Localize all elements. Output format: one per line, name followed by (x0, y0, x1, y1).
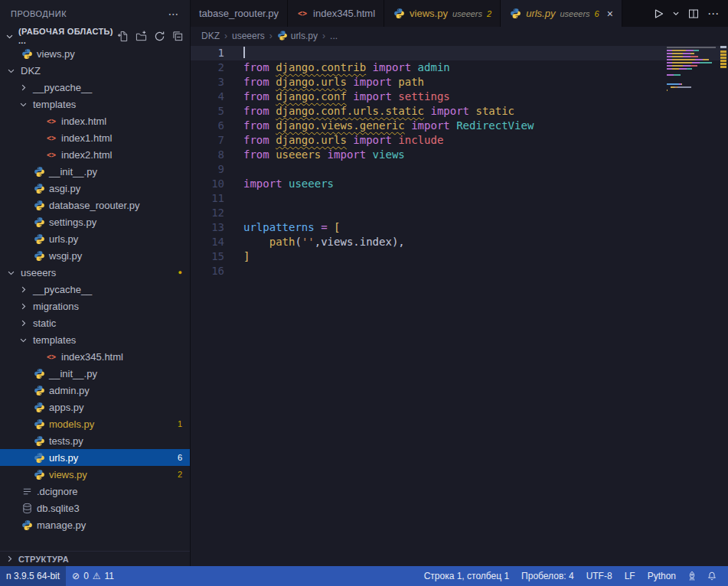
code-text: from useeers import views (243, 148, 405, 162)
code-line-10[interactable]: 10import useeers (191, 177, 728, 191)
tree-item-label: __pycache__ (33, 82, 92, 93)
split-editor-icon[interactable] (687, 8, 700, 20)
tree-item-label: __init__.py (49, 166, 97, 177)
editor-more-icon[interactable]: ⋯ (707, 7, 719, 21)
close-icon[interactable]: × (607, 8, 613, 20)
encoding-status[interactable]: UTF-8 (580, 566, 619, 586)
editor-group: tabase_roouter.py<>index345.htmlviews.py… (191, 0, 728, 566)
tab-detail: useeers (452, 9, 482, 18)
tree-file-database_roouter.py[interactable]: database_roouter.py (0, 197, 190, 213)
tree-item-label: DKZ (21, 65, 41, 77)
overview-ruler (719, 44, 728, 566)
database-icon (21, 502, 33, 514)
tree-file-index.html[interactable]: <>index.html (0, 112, 190, 129)
error-count: 0 (83, 571, 89, 581)
bell-icon[interactable] (702, 571, 722, 581)
tree-folder-__pycache__[interactable]: __pycache__ (0, 79, 190, 96)
tree-file-index345.html[interactable]: <>index345.html (0, 348, 190, 365)
code-line-11[interactable]: 11 (191, 191, 728, 206)
indentation-status[interactable]: Пробелов: 4 (515, 566, 580, 586)
code-line-13[interactable]: 13urlpatterns = [ (191, 220, 728, 235)
tab-tabase_roouter.py[interactable]: tabase_roouter.py (191, 0, 288, 27)
new-folder-icon[interactable] (135, 31, 147, 42)
tree-item-label: templates (33, 334, 76, 346)
code-line-2[interactable]: 2from django.contrib import admin (191, 60, 728, 75)
code-line-4[interactable]: 4from django.conf import settings (191, 90, 728, 104)
modified-dot-icon: ● (178, 269, 182, 276)
line-number: 11 (191, 191, 224, 206)
breadcrumb-item-DKZ[interactable]: DKZ (201, 31, 220, 41)
tree-file-__init__.py[interactable]: __init__.py (0, 163, 190, 180)
tree-file-models.py[interactable]: models.py1 (0, 415, 190, 432)
tree-file-settings.py[interactable]: settings.py (0, 213, 190, 230)
code-line-9[interactable]: 9 (191, 162, 728, 177)
tree-file-apps.py[interactable]: apps.py (0, 399, 190, 415)
breadcrumb-item-urls.py[interactable]: urls.py (277, 31, 318, 41)
code-line-8[interactable]: 8from useeers import views (191, 148, 728, 162)
python-icon (21, 47, 33, 60)
tree-folder-migrations[interactable]: migrations (0, 298, 190, 314)
tab-views.py[interactable]: views.pyuseeers2 (384, 0, 501, 27)
tree-file-index2.html[interactable]: <>index2.html (0, 146, 190, 163)
code-line-5[interactable]: 5from django.conf.urls.static import sta… (191, 104, 728, 119)
tree-file-urls.py[interactable]: urls.py6 (0, 449, 190, 466)
code-text: urlpatterns = [ (243, 220, 340, 235)
tree-folder-templates[interactable]: templates (0, 96, 190, 112)
tree-folder-DKZ[interactable]: DKZ (0, 62, 190, 79)
tab-index345.html[interactable]: <>index345.html (288, 0, 384, 27)
code-editor[interactable]: 12from django.contrib import admin3from … (191, 44, 728, 566)
breadcrumb-item-...[interactable]: ... (330, 31, 338, 41)
rocket-icon[interactable] (682, 571, 702, 581)
tree-file-db.sqlite3[interactable]: db.sqlite3 (0, 500, 190, 516)
refresh-icon[interactable] (154, 31, 165, 42)
code-line-12[interactable]: 12 (191, 206, 728, 220)
tree-folder-static[interactable]: static (0, 314, 190, 331)
tree-item-label: __pycache__ (33, 284, 92, 295)
run-button[interactable] (652, 8, 664, 20)
tree-file-views.py[interactable]: views.py (0, 45, 190, 62)
tree-folder-templates[interactable]: templates (0, 331, 190, 348)
tree-file-wsgi.py[interactable]: wsgi.py (0, 247, 190, 264)
tree-file-admin.py[interactable]: admin.py (0, 382, 190, 399)
tree-file-__init__.py[interactable]: __init__.py (0, 365, 190, 382)
outline-section-header[interactable]: СТРУКТУРА (0, 551, 190, 566)
code-line-14[interactable]: 14 path('',views.index), (191, 235, 728, 249)
cursor-position[interactable]: Строка 1, столбец 1 (418, 566, 515, 586)
language-mode[interactable]: Python (641, 566, 682, 586)
code-line-6[interactable]: 6from django.views.generic import Redire… (191, 119, 728, 133)
html-icon: <> (45, 132, 57, 144)
new-file-icon[interactable] (117, 31, 129, 42)
run-dropdown-chevron-icon[interactable] (672, 10, 680, 18)
tree-file-tests.py[interactable]: tests.py (0, 432, 190, 449)
problems-badge: 2 (178, 470, 182, 479)
explorer-more-icon[interactable]: ⋯ (168, 8, 180, 20)
tree-folder-__pycache__[interactable]: __pycache__ (0, 281, 190, 298)
tab-urls.py[interactable]: urls.pyuseeers6× (501, 0, 622, 27)
workspace-section-header[interactable]: (РАБОЧАЯ ОБЛАСТЬ) ... (0, 27, 190, 45)
tree-file-index1.html[interactable]: <>index1.html (0, 129, 190, 146)
code-line-7[interactable]: 7from django.urls import include (191, 133, 728, 148)
tree-file-urls.py[interactable]: urls.py (0, 230, 190, 247)
minimap[interactable] (667, 47, 716, 96)
code-line-1[interactable]: 1 (191, 46, 728, 60)
python-interpreter-status[interactable]: n 3.9.5 64-bit (0, 566, 66, 586)
tree-file-.dcignore[interactable]: .dcignore (0, 483, 190, 500)
eol-status[interactable]: LF (619, 566, 641, 586)
explorer-sidebar: ПРОВОДНИК ⋯ (РАБОЧАЯ ОБЛАСТЬ) ... views.… (0, 0, 191, 566)
collapse-all-icon[interactable] (172, 31, 184, 42)
error-icon: ⊘ (72, 571, 80, 581)
ruler-warning-mark (720, 60, 726, 62)
code-line-15[interactable]: 15] (191, 249, 728, 264)
tree-file-manage.py[interactable]: manage.py (0, 516, 190, 533)
line-number: 1 (191, 46, 224, 60)
tree-file-asgi.py[interactable]: asgi.py (0, 180, 190, 197)
code-text: from django.urls import path (243, 75, 424, 90)
code-line-16[interactable]: 16 (191, 264, 728, 278)
code-line-3[interactable]: 3from django.urls import path (191, 75, 728, 90)
breadcrumb-item-useeers[interactable]: useeers (232, 31, 265, 41)
problems-status[interactable]: ⊘ 0 ⚠ 11 (66, 566, 120, 586)
code-text: from django.contrib import admin (243, 60, 450, 75)
html-icon: <> (45, 148, 57, 161)
tree-folder-useeers[interactable]: useeers● (0, 264, 190, 281)
tree-file-views.py[interactable]: views.py2 (0, 466, 190, 483)
